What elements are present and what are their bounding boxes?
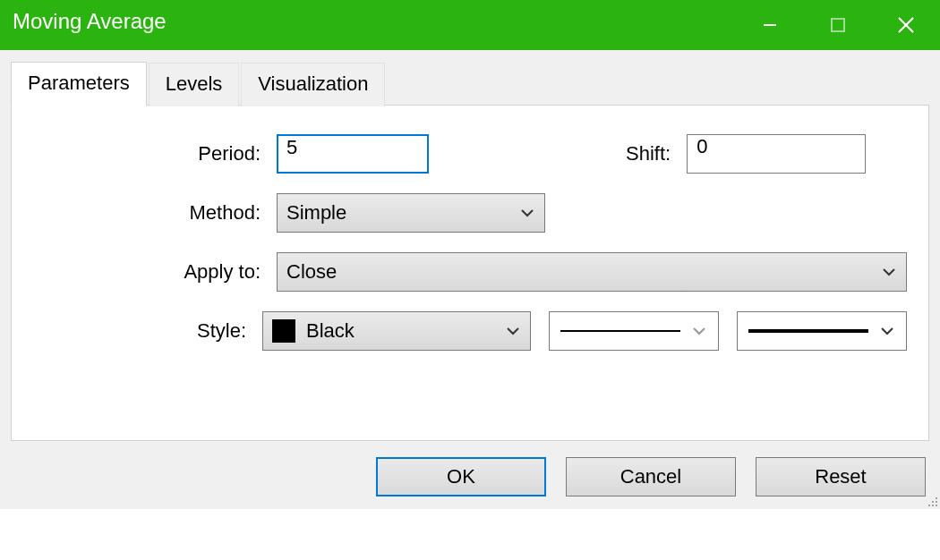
tab-strip: Parameters Levels Visualization	[11, 61, 929, 106]
reset-button[interactable]: Reset	[756, 457, 926, 496]
cancel-button[interactable]: Cancel	[566, 457, 736, 496]
chevron-down-icon	[691, 323, 707, 339]
minimize-button[interactable]	[736, 0, 804, 50]
svg-point-6	[936, 501, 937, 503]
apply-to-selected-value: Close	[286, 260, 337, 284]
tab-parameters[interactable]: Parameters	[11, 62, 147, 106]
dialog-body: Parameters Levels Visualization Period: …	[0, 50, 940, 509]
svg-point-9	[936, 505, 937, 506]
apply-to-select[interactable]: Close	[277, 252, 907, 292]
chevron-down-icon	[505, 323, 521, 339]
titlebar: Moving Average	[0, 0, 940, 50]
line-width-sample	[748, 329, 868, 333]
shift-label: Shift:	[626, 142, 671, 165]
method-label: Method:	[33, 201, 277, 225]
window-title: Moving Average	[0, 0, 736, 34]
svg-point-5	[932, 501, 934, 503]
method-selected-value: Simple	[286, 201, 346, 225]
chevron-down-icon	[519, 205, 535, 221]
close-icon	[896, 15, 916, 35]
tab-visualization[interactable]: Visualization	[241, 63, 385, 106]
resize-grip-icon[interactable]	[926, 495, 938, 507]
svg-rect-1	[832, 19, 844, 31]
tab-panel-parameters: Period: 5 Shift: 0 Method: Simple Apply	[11, 105, 929, 441]
style-line-width-select[interactable]	[737, 311, 907, 351]
style-color-selected-value: Black	[306, 319, 355, 343]
shift-input[interactable]: 0	[687, 134, 866, 174]
color-swatch	[272, 319, 295, 343]
period-label: Period:	[33, 142, 277, 165]
style-line-type-select[interactable]	[549, 311, 719, 351]
line-type-sample	[560, 330, 680, 332]
tab-levels[interactable]: Levels	[149, 63, 240, 106]
chevron-down-icon	[881, 264, 897, 280]
close-button[interactable]	[872, 0, 940, 50]
style-label: Style:	[33, 319, 262, 343]
chevron-down-icon	[879, 323, 895, 339]
minimize-icon	[761, 16, 779, 34]
maximize-button[interactable]	[804, 0, 872, 50]
period-input[interactable]: 5	[277, 134, 429, 174]
maximize-icon	[829, 16, 847, 34]
ok-button[interactable]: OK	[376, 457, 546, 496]
apply-to-label: Apply to:	[33, 260, 277, 284]
style-color-select[interactable]: Black	[262, 311, 531, 351]
method-select[interactable]: Simple	[277, 193, 545, 233]
button-row: OK Cancel Reset	[11, 457, 929, 496]
svg-point-4	[936, 497, 937, 499]
svg-point-8	[932, 505, 934, 506]
svg-point-7	[928, 505, 930, 506]
